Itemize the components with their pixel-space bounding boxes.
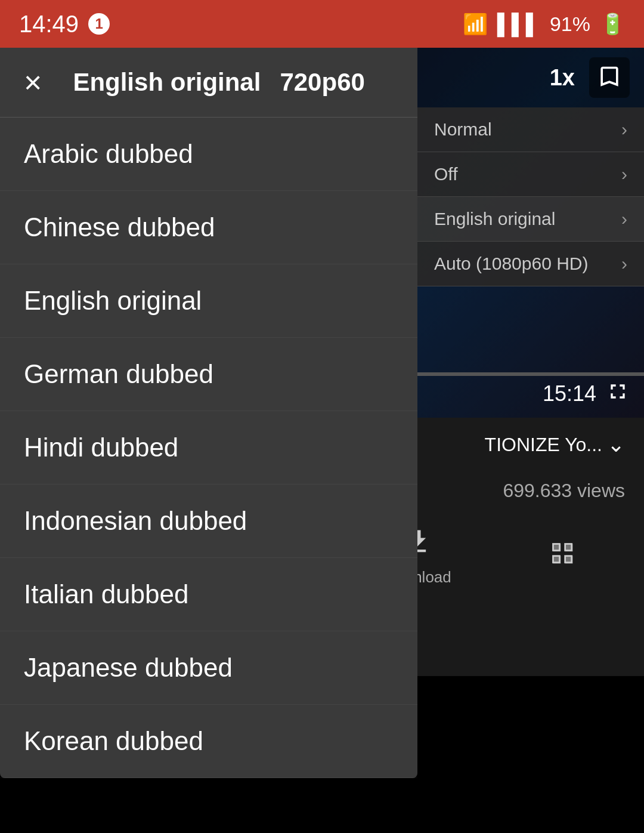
language-item-italian[interactable]: Italian dubbed: [0, 558, 417, 631]
status-time: 14:49: [19, 11, 79, 38]
bookmark-button[interactable]: [589, 57, 630, 98]
quality-label: Normal: [434, 119, 492, 140]
time-remaining: 15:14: [543, 381, 596, 406]
captions-label: Off: [434, 164, 457, 184]
language-header-title: English original: [73, 68, 261, 97]
language-dropdown: × English original 720p60 Arabic dubbed …: [0, 48, 417, 778]
language-item-chinese[interactable]: Chinese dubbed: [0, 191, 417, 264]
fullscreen-button[interactable]: [606, 380, 630, 409]
notification-badge: 1: [88, 13, 110, 35]
quality-chevron: ›: [621, 119, 627, 140]
language-item-japanese[interactable]: Japanese dubbed: [0, 631, 417, 705]
resolution-chevron: ›: [621, 254, 627, 274]
battery-icon: 🔋: [600, 12, 625, 36]
language-item-indonesian[interactable]: Indonesian dubbed: [0, 485, 417, 558]
language-item-hindi[interactable]: Hindi dubbed: [0, 411, 417, 485]
channel-right: TIONIZE Yo... ⌄: [485, 432, 625, 457]
video-speed[interactable]: 1x: [550, 65, 575, 91]
captions-row[interactable]: Off ›: [417, 152, 644, 197]
language-header: × English original 720p60: [0, 48, 417, 118]
dropdown-arrow-icon[interactable]: ⌄: [607, 432, 625, 457]
quality-row[interactable]: Normal ›: [417, 107, 644, 152]
language-item-english[interactable]: English original: [0, 264, 417, 338]
captions-chevron: ›: [621, 164, 627, 184]
signal-icon: ▌▌▌: [497, 13, 540, 36]
language-item-korean[interactable]: Korean dubbed: [0, 705, 417, 778]
status-bar: 14:49 1 📶 ▌▌▌ 91% 🔋: [0, 0, 644, 48]
status-right: 📶 ▌▌▌ 91% 🔋: [463, 12, 625, 36]
dropdown-close-button[interactable]: ×: [24, 64, 42, 100]
resolution-row[interactable]: Auto (1080p60 HD) ›: [417, 242, 644, 286]
language-header-resolution: 720p60: [280, 68, 364, 97]
audio-row[interactable]: English original ›: [417, 197, 644, 242]
language-item-german[interactable]: German dubbed: [0, 338, 417, 411]
channel-right-text: TIONIZE Yo...: [485, 434, 602, 456]
resolution-label: Auto (1080p60 HD): [434, 254, 589, 274]
battery-text: 91%: [550, 13, 590, 36]
status-left: 14:49 1: [19, 11, 110, 38]
grid-icon: [550, 541, 576, 573]
settings-panel: Normal › Off › English original › Auto (…: [417, 107, 644, 286]
audio-chevron: ›: [621, 209, 627, 229]
wifi-icon: 📶: [463, 12, 488, 36]
views-count: 699.633 views: [503, 480, 625, 502]
grid-button[interactable]: [550, 541, 576, 573]
language-item-arabic[interactable]: Arabic dubbed: [0, 118, 417, 191]
audio-label: English original: [434, 209, 555, 229]
